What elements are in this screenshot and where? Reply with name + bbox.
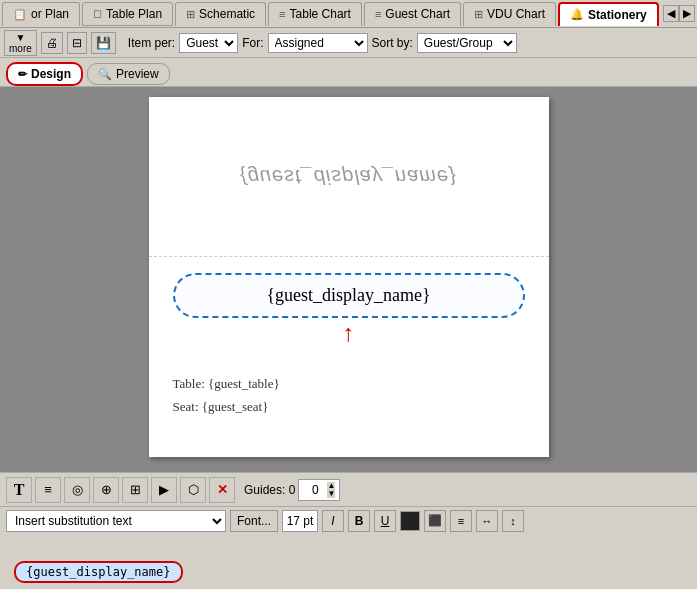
spinner-controls: ▲ ▼ [327,482,335,498]
more-icon: ▼ [15,32,25,43]
delete-tool-btn[interactable]: ✕ [209,477,235,503]
guides-label: Guides: 0 [244,483,295,497]
italic-button[interactable]: I [322,510,344,532]
tab-nav-right[interactable]: ▶ [679,5,695,22]
toolbar: ▼ more 🖨 ⊟ 💾 Item per: Guest For: Assign… [0,28,697,58]
arrow-spacer [173,332,525,364]
align-center-btn[interactable]: ≡ [450,510,472,532]
design-label: Design [31,67,71,81]
table-chart-icon: ≡ [279,8,285,20]
tab-guest-chart-label: Guest Chart [385,7,450,21]
guides-value-input[interactable] [303,483,327,497]
vdu-chart-icon: ⊞ [474,8,483,21]
preview-label: Preview [116,67,159,81]
toolbar-btn-2[interactable]: ⊟ [67,32,87,54]
page-top: {guest_display_name} [149,97,549,257]
tab-vdu-chart-label: VDU Chart [487,7,545,21]
tab-table-plan[interactable]: ◻ Table Plan [82,2,173,26]
spacing-btn[interactable]: ↕ [502,510,524,532]
tab-table-plan-label: Table Plan [106,7,162,21]
item-per-label: Item per: [128,36,175,50]
tab-stationery[interactable]: 🔔 Stationery [558,2,659,26]
design-icon: ✏ [18,68,27,81]
tab-nav: ◀ ▶ [663,5,695,22]
toolbar-btn-1[interactable]: 🖨 [41,32,63,54]
bold-button[interactable]: B [348,510,370,532]
more-button[interactable]: ▼ more [4,30,37,56]
tab-vdu-chart[interactable]: ⊞ VDU Chart [463,2,556,26]
toolbar-btn-save[interactable]: 💾 [91,32,116,54]
more-label: more [9,43,32,54]
status-bar: Insert substitution text Font... I B U ⬛… [0,506,697,534]
for-select[interactable]: Assigned [268,33,368,53]
underline-button[interactable]: U [374,510,396,532]
page: {guest_display_name} {guest_display_name… [149,97,549,457]
tab-floor-plan-label: or Plan [31,7,69,21]
crosshair-tool-btn[interactable]: ⊕ [93,477,119,503]
tab-preview[interactable]: 🔍 Preview [87,63,170,85]
lines-tool-btn[interactable]: ≡ [35,477,61,503]
bottom-toolbar: T ≡ ◎ ⊕ ⊞ ▶ ⬡ ✕ Guides: 0 ▲ ▼ [0,472,697,506]
align-left-btn[interactable]: ⬛ [424,510,446,532]
tab-stationery-label: Stationery [588,8,647,22]
floor-plan-icon: 📋 [13,8,27,21]
tab-schematic-label: Schematic [199,7,255,21]
grid-tool-btn[interactable]: ⊞ [122,477,148,503]
tab-schematic[interactable]: ⊞ Schematic [175,2,266,26]
sub-tab-bar: ✏ Design 🔍 Preview [0,58,697,87]
shape-tool-btn[interactable]: ⬡ [180,477,206,503]
text-tool-btn[interactable]: T [6,477,32,503]
flag-tool-btn[interactable]: ▶ [151,477,177,503]
font-button[interactable]: Font... [230,510,278,532]
tab-guest-chart[interactable]: ≡ Guest Chart [364,2,461,26]
table-plan-icon: ◻ [93,7,102,20]
sort-by-select[interactable]: Guest/Group [417,33,517,53]
preview-icon: 🔍 [98,68,112,81]
guest-chart-icon: ≡ [375,8,381,20]
substitution-select[interactable]: Insert substitution text [6,510,226,532]
rotated-placeholder-text: {guest_display_name} [240,165,457,188]
spinner-down-btn[interactable]: ▼ [327,490,335,498]
guides-spinner[interactable]: ▲ ▼ [298,479,340,501]
tab-nav-left[interactable]: ◀ [663,5,679,22]
table-text: Table: {guest_table} [173,372,525,395]
text-color-btn[interactable] [400,511,420,531]
canvas-area: {guest_display_name} {guest_display_name… [0,87,697,472]
sort-by-label: Sort by: [372,36,413,50]
circle-tool-btn[interactable]: ◎ [64,477,90,503]
selected-area: {guest_display_name} ↑ [173,273,525,318]
selected-pill-text: {guest_display_name} [26,565,171,579]
selected-pill: {guest_display_name} [14,561,183,583]
page-info-text: Table: {guest_table} Seat: {guest_seat} [173,364,525,419]
item-per-select[interactable]: Guest [179,33,238,53]
tab-table-chart[interactable]: ≡ Table Chart [268,2,362,26]
seat-text: Seat: {guest_seat} [173,395,525,418]
tab-bar: 📋 or Plan ◻ Table Plan ⊞ Schematic ≡ Tab… [0,0,697,28]
schematic-icon: ⊞ [186,8,195,21]
align-right-btn[interactable]: ↔ [476,510,498,532]
selected-text: {guest_display_name} [266,285,430,305]
tab-floor-plan[interactable]: 📋 or Plan [2,2,80,26]
for-label: For: [242,36,263,50]
page-bottom: {guest_display_name} ↑ Table: {guest_tab… [149,257,549,435]
stationery-icon: 🔔 [570,8,584,21]
selected-text-box[interactable]: {guest_display_name} [173,273,525,318]
font-size-input[interactable] [282,510,318,532]
tab-design[interactable]: ✏ Design [6,62,83,86]
tab-table-chart-label: Table Chart [290,7,351,21]
